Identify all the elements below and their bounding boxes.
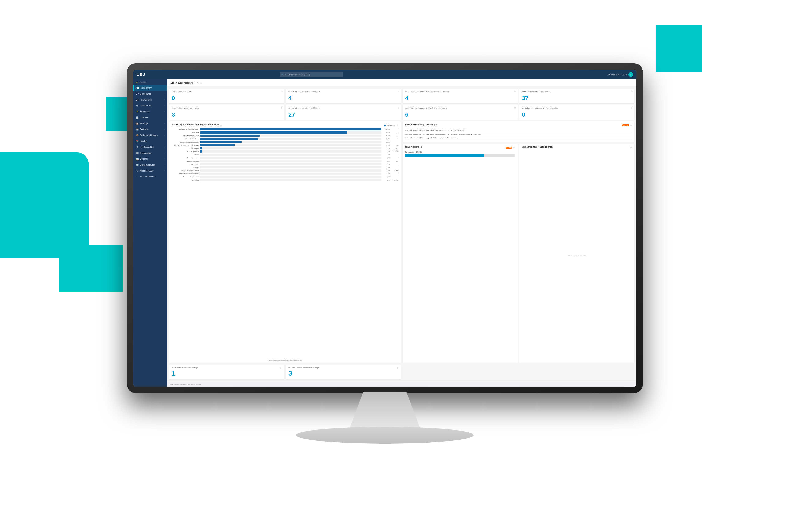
sidebar-item-berichte[interactable]: 📊 Berichte ›: [133, 156, 167, 162]
vertraege-icon: 📋: [136, 122, 139, 125]
monitor-wrapper: USU 🔍 im Menü suchen (Strg+F1) exhibitio…: [127, 63, 656, 465]
svg-rect-5: [137, 99, 138, 101]
bar-fill: [200, 144, 235, 146]
edit-icon[interactable]: ✎: [197, 81, 199, 84]
sidebar-item-datenaustausch[interactable]: 🔄 Datenaustausch ›: [133, 162, 167, 168]
bar-fill: [200, 147, 202, 149]
bar-chart-row: Red Hat Enterprise Linux Guest-based19,8…: [172, 144, 398, 147]
bar-val2: 14: [391, 138, 398, 139]
berichte-label: Berichte: [140, 158, 148, 160]
sidebar-item-modul-wechseln[interactable]: ↔ Modul wechseln: [133, 174, 167, 180]
page-header: Mein Dashboard ✎ ☆: [167, 79, 637, 87]
app-body: ⭐ Favoriten Dashboards Compliance: [133, 79, 637, 387]
sidebar-item-dashboards[interactable]: Dashboards: [133, 85, 167, 91]
kpi-settings-icon[interactable]: ⚙: [397, 90, 399, 93]
bar-track: [200, 179, 382, 181]
sidebar-item-finanzdaten[interactable]: Finanzdaten ›: [133, 97, 167, 103]
bar-label: Vorbelegung: [172, 148, 199, 149]
sidebar-item-organisation[interactable]: 🏢 Organisation ›: [133, 150, 167, 156]
expiring-3months-label: In 3 Monaten auslaufende Verträge: [172, 367, 198, 369]
sidebar-item-administration[interactable]: ⚙ Administration ›: [133, 168, 167, 174]
kpi-settings-icon[interactable]: ⚙: [514, 107, 516, 109]
bar-chart-row: Red Hat Enterprise Linux0,0%6: [172, 176, 398, 178]
expiring-3months-settings[interactable]: ⚙: [280, 367, 282, 369]
simulation-label: Simulation: [140, 110, 150, 113]
new-usage-settings[interactable]: ⚙: [513, 147, 515, 149]
bar-track: [200, 157, 382, 159]
optimierung-chevron: ›: [164, 105, 164, 107]
expiring-6months-settings[interactable]: ⚙: [397, 367, 398, 369]
kpi-value: 3: [172, 112, 282, 118]
alerts-badge: auffällig: [622, 124, 629, 126]
sidebar-item-software[interactable]: 💾 Software ›: [133, 126, 167, 132]
sidebar-item-vertraege[interactable]: 📋 Verträge ›: [133, 120, 167, 126]
kpi-settings-icon[interactable]: ⚙: [281, 90, 283, 93]
kpi-settings-icon[interactable]: ⚙: [631, 90, 633, 93]
sidebar-item-katalog[interactable]: 📚 Katalog: [133, 138, 167, 144]
berichte-chevron: ›: [164, 158, 164, 160]
compliance-icon: [136, 92, 139, 95]
sidebar-favorites-label: ⭐ Favoriten: [133, 79, 167, 85]
kpi-value: 0: [172, 95, 282, 101]
finanzdaten-label: Finanzdaten: [140, 99, 152, 101]
dashboards-label: Dashboards: [141, 87, 152, 89]
sidebar-item-lizenzen[interactable]: 📄 Lizenzen: [133, 114, 167, 120]
sidebar: ⭐ Favoriten Dashboards Compliance: [133, 79, 167, 387]
kpi-label: Anzahl nicht verknüpfter Updatelizenz-Po…: [405, 107, 493, 110]
sidebar-item-compliance[interactable]: Compliance ›: [133, 91, 167, 97]
datenaustausch-icon: 🔄: [136, 163, 139, 166]
bar-val2: 117: [391, 135, 398, 136]
kpi-settings-icon[interactable]: ⚙: [281, 107, 283, 109]
new-usage-title: Neue Nutzungen: [405, 146, 422, 148]
bar-label: Oracle DB: [172, 132, 199, 133]
svg-rect-4: [136, 100, 137, 101]
sidebar-item-optimierung[interactable]: Optimierung ›: [133, 103, 167, 109]
bar-val1: 0,0%: [382, 167, 390, 168]
svg-rect-2: [137, 88, 138, 89]
kpi-settings-icon[interactable]: ⚙: [514, 90, 516, 93]
chart-footer: Letzte Berechnung des Bedarfs: 26.04.202…: [172, 359, 398, 361]
deco-square-top-right: [656, 25, 702, 72]
user-area: exhibition@usu.com U: [608, 72, 633, 77]
kpi-settings-icon[interactable]: ⚙: [631, 107, 633, 109]
page-header-icons: ✎ ☆: [197, 81, 202, 84]
bedarfsmeldungen-label: Bedarfsmeldungen: [140, 134, 158, 136]
bar-fill: [200, 131, 347, 133]
sidebar-item-it-infrastruktur[interactable]: 🖥 IT-Infrastruktur ›: [133, 144, 167, 150]
bar-val2: 9: [391, 129, 398, 130]
kpi-settings-icon[interactable]: ⚙: [397, 107, 399, 109]
chart-settings-icon[interactable]: ⚙: [397, 124, 398, 126]
administration-chevron: ›: [164, 170, 164, 172]
bar-val2: 1: [391, 164, 398, 165]
sidebar-item-simulation[interactable]: ⚡ Simulation ›: [133, 109, 167, 114]
alerts-settings-icon[interactable]: ⚙: [630, 124, 632, 126]
compliance-label: Compliance: [140, 93, 151, 95]
bar-label: Topologien: [172, 179, 199, 181]
bar-fill: [200, 151, 202, 153]
bar-label: Microsoft Application Server: [172, 170, 199, 171]
kpi-label: Neue Positionen im Lizenzclearing: [522, 91, 610, 93]
bar-val1: 0,0%: [382, 173, 390, 174]
alert-item: re.import_product_id found for product '…: [405, 132, 632, 136]
bar-val2: 646: [391, 160, 398, 162]
monitor-stand-neck: [349, 392, 421, 430]
star-icon[interactable]: ☆: [200, 81, 202, 84]
dashboard-grid: ⚙ Geräte ohne IBM PVUs 0 ⚙ Geräte mit un…: [167, 87, 637, 382]
chart-title: Metrik-Engine-Protokoll-Einträge (Geräte…: [172, 124, 221, 126]
new-usage-item-count: (15.490): [415, 151, 422, 153]
search-bar[interactable]: 🔍 im Menü suchen (Strg+F1): [280, 72, 343, 77]
user-avatar[interactable]: U: [628, 72, 633, 77]
bar-fill: [200, 134, 260, 137]
sidebar-item-bedarfsmeldungen[interactable]: 📦 Bedarfsmeldungen ›: [133, 132, 167, 138]
ratio-settings[interactable]: ⚙: [630, 147, 632, 149]
expiring-3months-value: 1: [172, 370, 282, 377]
bar-track: [200, 144, 382, 146]
alert-item: re.import_product_id found for product '…: [405, 128, 632, 132]
kpi-card-geraete-unbekannte-kerne: ⚙ Geräte mit unbekannter Anzahl Kerne 4: [286, 89, 401, 103]
bar-track: [200, 138, 382, 140]
bar-label: Symantec Hardware Properties: [172, 129, 199, 130]
bar-track: [200, 176, 382, 178]
bar-val1: 0,0%: [382, 157, 390, 159]
main-content: Mein Dashboard ✎ ☆ ⚙ Geräte ohne IBM PVU…: [167, 79, 637, 387]
bar-fill: [200, 138, 258, 140]
